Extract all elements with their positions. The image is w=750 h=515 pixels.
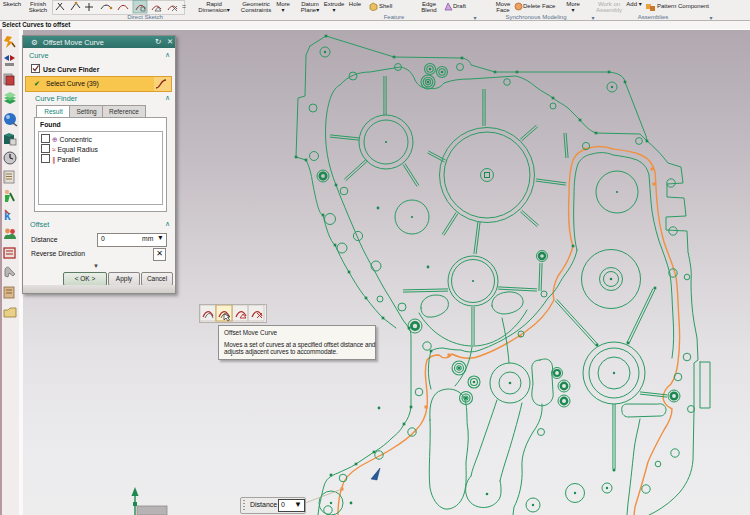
svg-text:k: k <box>4 209 11 223</box>
